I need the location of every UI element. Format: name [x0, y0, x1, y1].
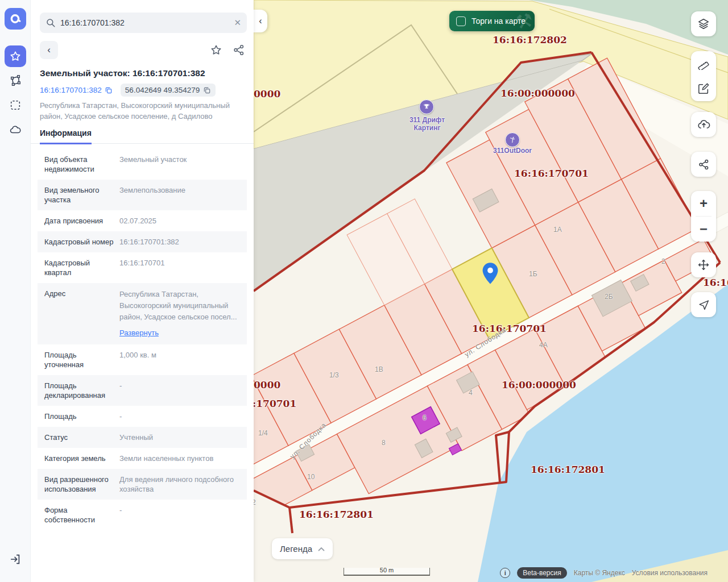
auction-toggle[interactable]: Торги на карте ⚒: [449, 11, 535, 31]
parcel-label: 1/3: [329, 371, 339, 379]
quarter-label: 16:16:170701: [514, 168, 589, 179]
pan-arrows-icon: [697, 259, 710, 271]
cloud-upload-icon: [697, 118, 710, 131]
table-row: СтатусУчтенный: [38, 427, 247, 448]
copy-icon[interactable]: [203, 86, 211, 94]
layers-icon: [697, 18, 710, 30]
share-map-button[interactable]: [691, 152, 716, 177]
search-input[interactable]: [60, 18, 234, 27]
favorite-star-icon[interactable]: [208, 42, 224, 58]
page-title: Земельный участок: 16:16:170701:382: [40, 68, 247, 78]
table-row-address: АдресРеспублика Татарстан, Высокогорский…: [38, 283, 247, 344]
poi-karting-label: 311 Дрифт Картинг: [401, 116, 453, 132]
table-row: Площадь декларированная-: [38, 375, 247, 406]
panel-toolbar: ‹: [40, 41, 247, 59]
table-row: Категория земельЗемли населенных пунктов: [38, 448, 247, 469]
parcel-label: 4: [469, 389, 473, 397]
expand-address-link[interactable]: Развернуть: [119, 327, 159, 339]
table-row: Кадастровый номер16:16:170701:382: [38, 231, 247, 252]
parcel-label: 8: [382, 439, 386, 447]
map-canvas[interactable]: [254, 0, 728, 582]
map-area[interactable]: 16:16:172802 16:00:000000 0000 16:16:170…: [254, 0, 728, 582]
quarter-label: 16:16:172802: [493, 34, 567, 45]
table-row: Площадь уточненная1,000 кв. м: [38, 344, 247, 375]
info-icon[interactable]: i: [500, 568, 510, 578]
copyright-text: Карты © Яндекс: [574, 569, 625, 577]
table-row: Вид земельного участкаЗемлепользование: [38, 180, 247, 210]
poi-karting-icon[interactable]: [419, 99, 434, 114]
cloud-icon[interactable]: [9, 123, 22, 137]
share-icon: [698, 159, 710, 171]
collapse-panel-button[interactable]: ‹: [254, 10, 267, 32]
chevron-up-icon: [318, 547, 325, 551]
favorites-star-button[interactable]: [5, 45, 26, 67]
polygon-tool-icon[interactable]: [9, 74, 22, 88]
tabs-row: Информация: [31, 126, 254, 144]
parcel-label: 1А: [553, 226, 562, 234]
layers-button[interactable]: [691, 11, 716, 36]
map-attribution: i Beta-версия Карты © Яндекс Условия исп…: [500, 567, 708, 579]
table-row: Дата присвоения02.07.2025: [38, 210, 247, 231]
draw-edit-button[interactable]: [691, 76, 716, 101]
quarter-label: 16:00:000000: [500, 88, 575, 99]
parcel-label: 2: [254, 498, 256, 506]
coordinates-chip[interactable]: 56.042649 49.354279: [121, 84, 216, 97]
edit-icon: [697, 82, 710, 95]
quarter-label: :170701: [254, 398, 296, 409]
quarter-label: 16:00:000000: [502, 379, 576, 390]
upload-button[interactable]: [691, 112, 716, 137]
location-pin-icon: [482, 263, 498, 284]
clear-search-icon[interactable]: ✕: [234, 18, 241, 28]
table-row: Вид разрешенного использованияДля ведени…: [38, 469, 247, 500]
table-row: Вид объекта недвижимостиЗемельный участо…: [38, 149, 247, 180]
share-icon[interactable]: [231, 42, 247, 58]
cadastral-map-app: ✕ ‹ Земельный участок: 16:16:170701:382 …: [0, 0, 728, 582]
poi-outdoor-label: 311OutDoor: [484, 147, 541, 155]
left-toolbar: [0, 0, 31, 582]
quarter-label: 0000: [254, 379, 280, 390]
zoom-out-button[interactable]: −: [691, 217, 716, 242]
search-bar[interactable]: ✕: [40, 13, 247, 33]
map-scale-bar: 50 m: [344, 568, 430, 576]
parcel-label: 1/4: [258, 429, 268, 437]
back-button[interactable]: ‹: [40, 41, 58, 59]
quarter-label: 16:16:172801: [531, 464, 605, 475]
poi-outdoor-icon[interactable]: [505, 132, 520, 147]
quarter-label: 16:16:170701: [472, 323, 547, 334]
parcel-label: 2Б: [605, 293, 613, 301]
parcel-label: 2: [661, 257, 665, 265]
quarter-label: 0000: [254, 88, 280, 99]
select-area-icon[interactable]: [9, 98, 22, 112]
parcel-label: 1В: [375, 365, 383, 373]
legend-button[interactable]: Легенда: [272, 538, 333, 559]
navigate-icon: [698, 299, 710, 311]
app-logo-icon[interactable]: [5, 8, 26, 30]
table-row: Кадастровый квартал16:16:170701: [38, 252, 247, 283]
parcel-label: 6: [423, 414, 427, 422]
info-table: Вид объекта недвижимостиЗемельный участо…: [38, 149, 247, 530]
tab-information[interactable]: Информация: [40, 128, 92, 144]
locate-me-button[interactable]: [691, 292, 716, 317]
ruler-icon: [697, 57, 710, 70]
parcel-label: 10: [307, 473, 315, 481]
login-exit-icon[interactable]: [9, 552, 22, 566]
zoom-in-button[interactable]: +: [691, 191, 716, 216]
quarter-label: 16:16:172801: [299, 509, 374, 520]
pan-mode-button[interactable]: [691, 252, 716, 277]
cadastral-number-chip[interactable]: 16:16:170701:382: [40, 86, 113, 94]
address-summary: Республика Татарстан, Высокогорский муни…: [40, 100, 245, 122]
side-panel: ✕ ‹ Земельный участок: 16:16:170701:382 …: [31, 0, 254, 582]
chips-row: 16:16:170701:382 56.042649 49.354279: [40, 84, 216, 97]
ruler-button[interactable]: [691, 51, 716, 76]
auction-checkbox[interactable]: [456, 16, 466, 26]
parcel-label: 4А: [539, 341, 548, 349]
parcel-label: 1Б: [529, 270, 537, 278]
copy-icon[interactable]: [105, 86, 113, 94]
table-row: Площадь-: [38, 406, 247, 427]
terms-link[interactable]: Условия использования: [632, 569, 708, 577]
search-icon: [46, 18, 56, 28]
beta-badge: Beta-версия: [517, 567, 566, 579]
table-row: Форма собственности-: [38, 500, 247, 530]
